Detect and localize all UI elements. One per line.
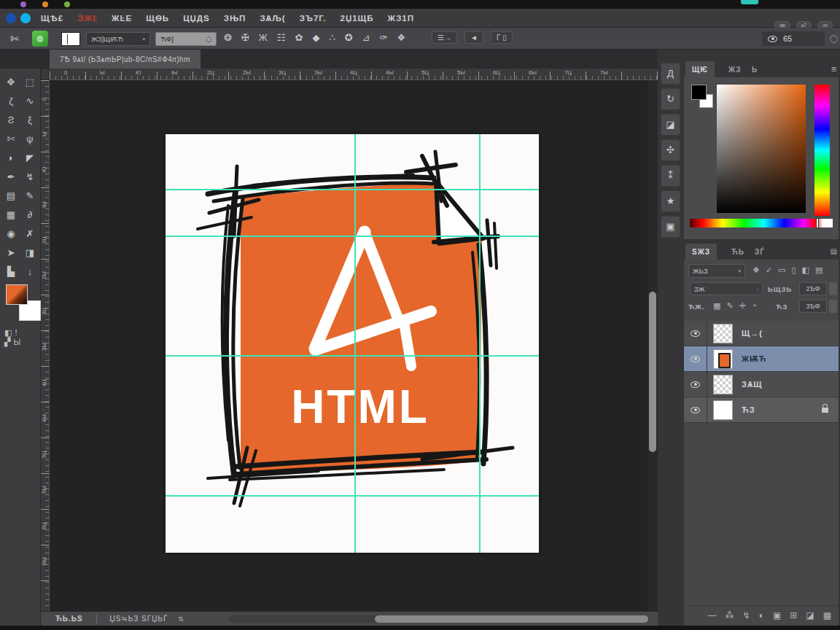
tool-19[interactable]: ◨ [20,244,39,262]
layers-bottom-icon-1[interactable]: ⁂ [726,610,734,621]
panel-menu-icon[interactable]: ≣ [831,65,837,73]
opacity-value[interactable]: 2ѢΦ [799,282,827,295]
artboard[interactable]: HTML [166,134,539,553]
status-document-info[interactable]: ЏЅ≒ЬЗ ЅГЏЬЃ [110,615,168,623]
tool-18[interactable]: ➤ [1,244,20,262]
options-icon-5[interactable]: ◆ [312,32,319,43]
eye-icon[interactable] [691,356,700,362]
layer-thumbnail[interactable] [713,349,733,369]
tool-17[interactable]: ✗ [20,225,39,244]
tool-20[interactable]: ▙ [1,262,20,281]
tool-21[interactable]: ↓ [20,262,39,281]
menu-item-9[interactable]: ЖЗ1П [388,14,414,23]
tool-4[interactable]: Ƨ [1,111,20,130]
layer-row-2[interactable]: ЗѦЩ [684,372,839,397]
color-ramp[interactable] [690,219,833,228]
window-dot-1[interactable] [20,1,26,7]
layer-filter-icon-4[interactable]: ◧ [802,265,809,275]
layer-visibility-cell[interactable] [684,397,707,422]
color-panel-foreground-swatch[interactable] [691,85,707,100]
tool-0[interactable]: ✥ [1,73,20,92]
vertical-ruler[interactable]: 0ЫЮІЫ2Ц2ЫЗЦЗЫ4Ц4Ы5Ц5Ы6Ц6Ы [41,80,50,611]
lock-icon-2[interactable]: ✛ [739,301,746,311]
canvas-horizontal-scrollbar[interactable] [229,615,648,623]
canvas-viewport[interactable]: HTML [50,80,648,611]
tool-8[interactable]: ◗ [1,149,20,168]
tab-channels[interactable]: ЋЬ [725,244,751,260]
guide-horizontal-2[interactable] [166,355,539,357]
dock-panel-icon-3[interactable]: ✣ [661,139,680,161]
layer-filter-icon-3[interactable]: ▯ [792,265,796,275]
tool-14[interactable]: ▦ [1,206,20,225]
layer-visibility-cell[interactable] [684,346,707,371]
menu-item-0[interactable]: ЩѢ£ [41,14,63,23]
tab-layers[interactable]: ЅЖЗ [685,244,717,260]
menu-item-1[interactable]: ӬЖ£ [77,14,98,23]
lock-icon-3[interactable]: ◔ [752,301,757,311]
guide-vertical-0[interactable] [354,134,356,553]
opacity-slider-button[interactable] [829,282,837,295]
fill-value[interactable]: 3ѢΦ [799,300,827,313]
app-launcher-icon[interactable]: ◍ [32,31,48,47]
layer-filter-icon-0[interactable]: ❖ [752,265,760,275]
options-button-0[interactable]: ☰→ [432,31,457,44]
options-icon-10[interactable]: ❖ [397,32,405,43]
guide-vertical-1[interactable] [479,134,481,553]
options-icon-7[interactable]: ✪ [345,32,353,43]
dock-panel-icon-0[interactable]: Д [661,63,680,85]
dock-panel-icon-6[interactable]: ▣ [661,216,680,238]
preset-select[interactable]: ЖЗ]ЩѬЋ ▾ [86,32,150,46]
tool-12[interactable]: ▤ [1,187,20,206]
quick-mask-icons[interactable]: ◧! ▞Ы [4,328,39,347]
horizontal-ruler[interactable]: 0ЫЮІЫ2Ц2ЫЗЦЗЫ4Ц4Ы5Ц5Ы6Ц6Ы7Ц7Ы [50,69,658,80]
dock-panel-icon-1[interactable]: ↻ [661,88,680,110]
active-tool-icon[interactable]: ✄ [10,33,19,44]
lock-icon-1[interactable]: ✎ [726,301,733,311]
lock-icon-0[interactable]: ▦ [713,301,720,311]
tool-2[interactable]: ζ [1,92,20,111]
options-icon-0[interactable]: ❂ [224,32,232,43]
zoom-field[interactable]: 65 [762,31,825,46]
layer-thumbnail[interactable] [713,375,733,394]
guide-horizontal-1[interactable] [166,236,539,237]
canvas-vertical-scrollbar[interactable] [648,80,658,611]
app-icon-dark-blue[interactable] [6,13,16,23]
menu-item-8[interactable]: 2Џ1ЩБ [341,14,374,23]
tool-10[interactable]: ✒ [1,168,20,187]
saturation-brightness-field[interactable] [717,85,806,213]
options-button-1[interactable]: ◄ [464,31,483,44]
layers-bottom-icon-6[interactable]: ◪ [806,610,814,621]
status-zoom-level[interactable]: ЋЬ.ЬЅ [55,615,83,623]
tool-13[interactable]: ✎ [20,187,39,206]
layers-bottom-icon-4[interactable]: ▣ [773,610,781,621]
menu-item-2[interactable]: ЖĿЕ [112,14,132,23]
layers-bottom-icon-3[interactable]: ◐ [759,610,764,621]
tool-7[interactable]: ψ [20,130,39,149]
layers-panel-menu-icon[interactable]: ▤ [831,247,837,255]
status-dropdown-icon[interactable]: ⇅ [178,615,184,623]
menu-item-3[interactable]: ЩѲЬ [146,14,169,23]
menu-item-5[interactable]: ЗЊП [224,14,246,23]
tab-gradients[interactable]: Ь [745,61,764,77]
eye-icon[interactable] [691,381,700,388]
tool-preset-swatch[interactable] [61,32,80,46]
dock-panel-icon-4[interactable]: ⁑ [661,165,680,187]
tab-swatches[interactable]: ЖЗ [722,61,747,77]
vertical-scrollbar-thumb[interactable] [649,292,656,452]
layers-bottom-icon-7[interactable]: ▦ [823,610,831,621]
layer-search-box[interactable]: ЗЖ ◦ [690,282,763,295]
menu-item-7[interactable]: ЗЪ7Г. [300,14,327,23]
hue-slider[interactable] [814,85,830,216]
guide-horizontal-0[interactable] [166,189,539,190]
layer-visibility-cell[interactable] [684,372,707,397]
menu-item-6[interactable]: ЗѦЉ( [260,14,285,23]
dock-panel-icon-5[interactable]: ★ [661,190,680,212]
layers-bottom-icon-5[interactable]: ⊞ [790,610,797,621]
options-icon-8[interactable]: ⊿ [362,32,370,43]
tab-paths[interactable]: ЗЃ [748,244,771,260]
layers-bottom-icon-2[interactable]: ↯ [743,610,750,621]
horizontal-scrollbar-thumb[interactable] [375,615,648,623]
options-icon-3[interactable]: ☷ [277,32,286,43]
document-tab[interactable]: 7Ѣ 9ѧt/ (ЬЗѧmЬP|ub-8C/пЅ#Ф4п)hm [50,50,201,69]
window-dot-3[interactable] [64,1,70,7]
